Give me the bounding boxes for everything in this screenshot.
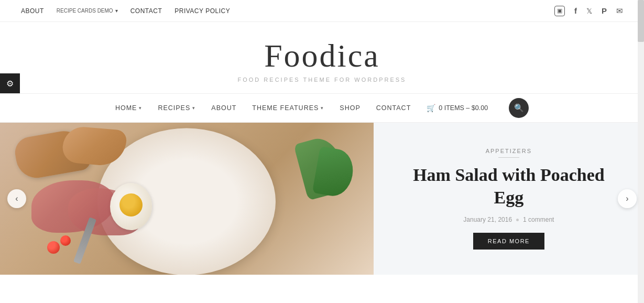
top-nav-about[interactable]: ABOUT (21, 7, 44, 15)
main-navigation: HOME ▾ RECIPES ▾ ABOUT THEME FEATURES ▾ … (0, 93, 644, 123)
top-navigation: ABOUT RECIPE CARDS DEMO ▾ CONTACT PRIVAC… (21, 7, 230, 15)
basil-decoration-2 (312, 146, 357, 199)
chevron-down-icon: ▾ (115, 8, 118, 14)
top-bar: ABOUT RECIPE CARDS DEMO ▾ CONTACT PRIVAC… (0, 0, 644, 22)
chevron-right-icon: › (626, 194, 628, 203)
hero-meta: January 21, 2016 1 comment (463, 216, 554, 223)
chevron-down-icon: ▾ (321, 105, 324, 111)
meta-separator (516, 219, 519, 221)
egg-yolk-decoration (119, 193, 143, 217)
gear-icon: ⚙ (6, 79, 14, 89)
cart-icon: 🛒 (427, 104, 435, 112)
scrollbar-thumb[interactable] (638, 0, 644, 42)
nav-home[interactable]: HOME ▾ (115, 104, 143, 112)
top-nav-privacy[interactable]: PRIVACY POLICY (174, 7, 230, 15)
hero-image (0, 123, 374, 275)
hero-date: January 21, 2016 (463, 216, 512, 223)
nav-theme-features[interactable]: THEME FEATURES ▾ (252, 104, 324, 112)
email-icon[interactable]: ✉ (616, 6, 623, 16)
tomato-decoration-2 (60, 235, 71, 246)
hero-comments: 1 comment (523, 216, 554, 223)
chevron-left-icon: ‹ (15, 194, 18, 203)
settings-button[interactable]: ⚙ (0, 73, 20, 93)
instagram-icon[interactable]: ▣ (554, 6, 565, 16)
site-header: Foodica FOOD RECIPES THEME FOR WORDPRESS (0, 22, 644, 93)
pinterest-icon[interactable]: P (602, 6, 607, 15)
search-icon: 🔍 (514, 103, 524, 113)
nav-shop[interactable]: SHOP (340, 104, 360, 112)
hero-category: Appetizers (486, 148, 532, 158)
scrollbar[interactable] (638, 0, 644, 275)
chevron-down-icon: ▾ (192, 105, 195, 111)
slider-next-button[interactable]: › (618, 189, 637, 208)
chevron-down-icon: ▾ (139, 105, 142, 111)
nav-recipes[interactable]: RECIPES ▾ (158, 104, 195, 112)
top-nav-recipe-cards-demo[interactable]: RECIPE CARDS DEMO ▾ (57, 8, 118, 14)
nav-about[interactable]: ABOUT (211, 104, 236, 112)
facebook-icon[interactable]: f (574, 6, 577, 15)
slider-prev-button[interactable]: ‹ (7, 189, 26, 208)
cart-label: 0 ITEMS – $0.00 (439, 104, 488, 112)
twitter-icon[interactable]: 𝕏 (586, 7, 592, 15)
search-button[interactable]: 🔍 (509, 98, 529, 118)
top-nav-recipe-label: RECIPE CARDS DEMO (57, 8, 113, 14)
top-nav-contact[interactable]: CONTACT (130, 7, 162, 15)
hero-content: Appetizers Ham Salad with Poached Egg Ja… (374, 123, 644, 275)
nav-contact[interactable]: CONTACT (376, 104, 411, 112)
read-more-button[interactable]: READ MORE (473, 233, 544, 250)
tomato-decoration (47, 241, 60, 254)
hero-title: Ham Salad with Poached Egg (400, 164, 618, 209)
site-title: Foodica (10, 38, 634, 73)
hero-slider: ‹ Appetizers Ham Salad with Poached Egg … (0, 123, 644, 275)
cart-area[interactable]: 🛒 0 ITEMS – $0.00 (427, 104, 488, 112)
site-tagline: FOOD RECIPES THEME FOR WORDPRESS (10, 77, 634, 83)
social-links: ▣ f 𝕏 P ✉ (554, 6, 623, 16)
